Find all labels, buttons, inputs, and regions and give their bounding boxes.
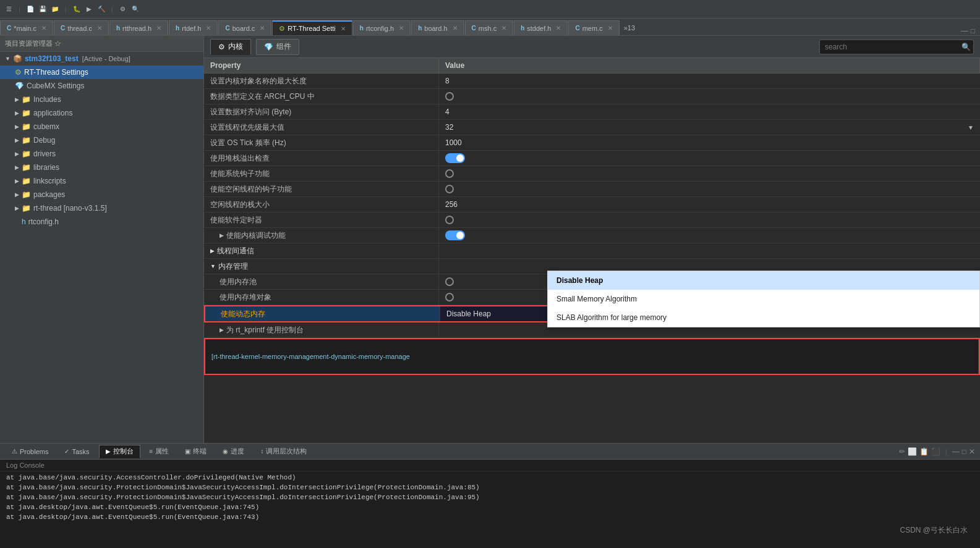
- row-value[interactable]: [439, 151, 980, 166]
- bottom-tab-console[interactable]: ▶ 控制台: [99, 445, 140, 458]
- search-button[interactable]: 🔍: [958, 40, 973, 54]
- radio-toggle[interactable]: [445, 293, 454, 301]
- console-tool2-icon[interactable]: ⬜: [908, 447, 917, 456]
- sidebar-item-includes[interactable]: ▶ 📁 Includes: [0, 93, 203, 106]
- row-value[interactable]: 1000: [439, 135, 980, 150]
- sidebar-item-rt-thread[interactable]: ▶ 📁 rt-thread [nano-v3.1.5]: [0, 201, 203, 215]
- clear-console-icon[interactable]: ✏: [899, 447, 905, 456]
- bottom-tab-problems[interactable]: ⚠ Problems: [5, 445, 55, 458]
- mem-arrow[interactable]: ▼: [210, 263, 216, 269]
- tab-rtconfig-h[interactable]: h rtconfig.h ✕: [353, 20, 411, 35]
- tab-rtthread-h[interactable]: h rtthread.h ✕: [109, 20, 168, 35]
- sidebar-item-cubemx[interactable]: 💎 CubeMX Settings: [0, 79, 203, 93]
- tab-stddef-h[interactable]: h stddef.h ✕: [514, 20, 568, 35]
- dropdown-cell[interactable]: 32 ▼: [445, 123, 974, 132]
- new-icon[interactable]: 📄: [25, 4, 35, 14]
- radio-toggle[interactable]: [445, 169, 454, 178]
- tab-main-c[interactable]: C *main.c ✕: [0, 20, 53, 35]
- tab-more[interactable]: »13: [620, 20, 639, 35]
- minimize-icon[interactable]: —: [961, 27, 968, 35]
- sidebar-item-drivers[interactable]: ▶ 📁 drivers: [0, 147, 203, 161]
- dropdown-option-small-memory[interactable]: Small Memory Algorithm: [548, 290, 979, 308]
- radio-toggle[interactable]: [445, 277, 454, 286]
- radio-toggle[interactable]: [445, 185, 454, 193]
- kernel-tab-btn[interactable]: ⚙ 内核: [210, 39, 251, 55]
- component-tab-btn[interactable]: 💎 组件: [256, 39, 299, 55]
- sidebar-item-applications[interactable]: ▶ 📁 applications: [0, 106, 203, 120]
- includes-label: Includes: [33, 95, 61, 104]
- tab-board-h[interactable]: h board.h ✕: [411, 20, 464, 35]
- kprintf-arrow[interactable]: ▶: [219, 327, 224, 333]
- bottom-tab-progress[interactable]: ◉ 进度: [216, 445, 251, 458]
- run-icon[interactable]: ▶: [84, 4, 94, 14]
- row-property[interactable]: ▶ 为 rt_kprintf 使用控制台: [204, 322, 439, 337]
- row-property[interactable]: ▼ 内存管理: [204, 259, 439, 274]
- build-icon[interactable]: 🔨: [96, 4, 106, 14]
- minimize-bottom-icon[interactable]: —: [952, 447, 960, 456]
- row-value[interactable]: [439, 182, 980, 196]
- settings-icon[interactable]: ⚙: [118, 4, 128, 14]
- radio-toggle[interactable]: [445, 92, 454, 101]
- bottom-toolbar-right: ✏ ⬜ 📋 ⬛ | — □ ✕: [899, 447, 975, 456]
- bottom-tab-callhierarchy[interactable]: ↕ 调用层次结构: [254, 445, 313, 458]
- debug-icon[interactable]: 🐛: [72, 4, 82, 14]
- row-value[interactable]: 32 ▼: [439, 120, 980, 135]
- sidebar-item-packages[interactable]: ▶ 📁 packages: [0, 188, 203, 201]
- tab-msh-c[interactable]: C msh.c ✕: [465, 20, 514, 35]
- bottom-tab-terminal[interactable]: ▣ 终端: [178, 445, 213, 458]
- tab-board-c[interactable]: C board.c ✕: [218, 20, 271, 35]
- tab-rtdef-h[interactable]: h rtdef.h ✕: [169, 20, 218, 35]
- rt-thread-folder-icon: 📁: [22, 204, 31, 213]
- row-property[interactable]: ▶ 线程间通信: [204, 243, 439, 258]
- console-tool4-icon[interactable]: ⬛: [931, 447, 940, 456]
- row-value[interactable]: [439, 166, 980, 181]
- cubemx-label: CubeMX Settings: [27, 82, 84, 90]
- save-icon[interactable]: 💾: [38, 4, 48, 14]
- project-badge: [Active - Debug]: [82, 55, 130, 62]
- row-property: 设置数据对齐访问 (Byte): [204, 104, 439, 119]
- settings-toolbar: ⚙ 内核 💎 组件 🔍: [204, 36, 980, 58]
- console-log-label: Log Console: [0, 460, 980, 471]
- close-bottom-icon[interactable]: ✕: [969, 447, 975, 456]
- row-value[interactable]: [439, 213, 980, 227]
- tab-thread-c[interactable]: C thread.c ✕: [54, 20, 109, 35]
- sidebar-item-project[interactable]: ▼ 📦 stm32f103_test [Active - Debug]: [0, 52, 203, 65]
- menu-icon[interactable]: ☰: [4, 4, 14, 14]
- row-value[interactable]: [439, 228, 980, 243]
- sidebar-item-rt-settings[interactable]: ⚙ RT-Thread Settings: [0, 65, 203, 79]
- row-value[interactable]: 4: [439, 104, 980, 119]
- dropdown-option-disable-heap[interactable]: Disable Heap: [548, 271, 979, 290]
- row-property: 空闲线程的栈大小: [204, 197, 439, 212]
- row-value[interactable]: 8: [439, 74, 980, 88]
- search-input[interactable]: [820, 43, 958, 51]
- maximize-bottom-icon[interactable]: □: [962, 447, 966, 456]
- save-all-icon[interactable]: 📁: [50, 4, 60, 14]
- sidebar: 项目资源管理器 ☆ ▼ 📦 stm32f103_test [Active - D…: [0, 36, 204, 443]
- sidebar-item-cubemx2[interactable]: ▶ 📁 cubemx: [0, 120, 203, 133]
- console-content: at java.base/java.security.AccessControl…: [0, 471, 980, 548]
- console-tool3-icon[interactable]: 📋: [919, 447, 929, 456]
- sidebar-item-debug[interactable]: ▶ 📁 Debug: [0, 133, 203, 147]
- row-value[interactable]: [439, 89, 980, 104]
- dropdown-option-slab[interactable]: SLAB Algorithm for large memory: [548, 308, 979, 327]
- sidebar-item-libraries[interactable]: ▶ 📁 libraries: [0, 161, 203, 174]
- row-property: 使能空闲线程的钩子功能: [204, 182, 439, 196]
- value-header: Value: [439, 58, 980, 73]
- search-icon2[interactable]: 🔍: [130, 4, 140, 14]
- row-value[interactable]: 256: [439, 197, 980, 212]
- settings-panel: ⚙ 内核 💎 组件 🔍 Property Value: [204, 36, 980, 443]
- radio-toggle[interactable]: [445, 216, 454, 224]
- tab-rt-settings[interactable]: ⚙ RT-Thread Setti ✕: [272, 20, 352, 35]
- bottom-tab-tasks[interactable]: ✓ Tasks: [58, 445, 96, 458]
- maximize-icon[interactable]: □: [971, 27, 975, 35]
- sidebar-item-linkscripts[interactable]: ▶ 📁 linkscripts: [0, 174, 203, 188]
- includes-arrow: ▶: [15, 96, 19, 103]
- sidebar-item-rtconfig[interactable]: ▶ h rtconfig.h: [0, 215, 203, 229]
- bottom-tab-properties[interactable]: ≡ 属性: [143, 445, 176, 458]
- dropdown-arrow-icon: ▼: [968, 124, 974, 131]
- toggle-debug[interactable]: [445, 230, 465, 240]
- tab-mem-c[interactable]: C mem.c ✕: [568, 20, 619, 35]
- toggle-stack-overflow[interactable]: [445, 153, 465, 163]
- expand-arrow[interactable]: ▶: [219, 232, 224, 238]
- ipc-arrow[interactable]: ▶: [210, 248, 215, 254]
